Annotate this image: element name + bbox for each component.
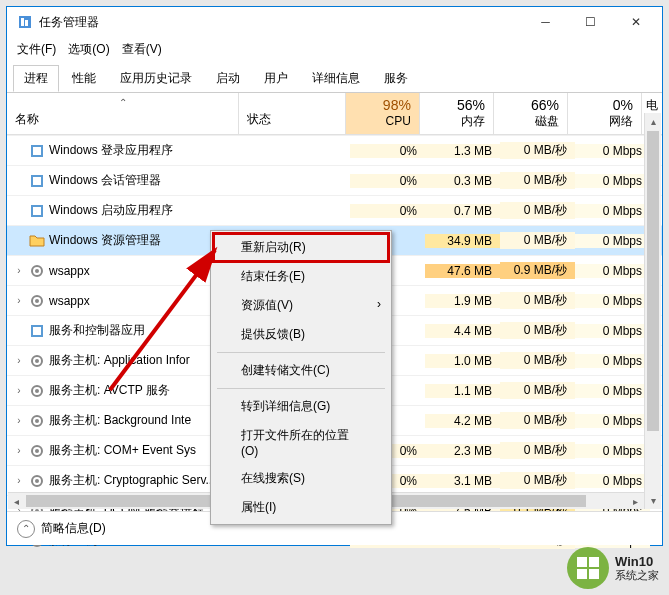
process-name: 服务主机: Application Infor xyxy=(49,352,190,369)
context-menu-item[interactable]: 转到详细信息(G) xyxy=(213,392,389,421)
process-name: wsappx xyxy=(49,294,90,308)
context-menu-item[interactable]: 重新启动(R) xyxy=(213,233,389,262)
tab-services[interactable]: 服务 xyxy=(373,65,419,92)
svg-rect-14 xyxy=(33,327,41,335)
cell-network: 0 Mbps xyxy=(575,384,650,398)
cell-disk: 0 MB/秒 xyxy=(500,172,575,189)
process-row[interactable]: Windows 启动应用程序0%0.7 MB0 MB/秒0 Mbps xyxy=(7,195,662,225)
expander-icon[interactable]: › xyxy=(13,385,25,396)
process-name: Windows 资源管理器 xyxy=(49,232,161,249)
svg-point-22 xyxy=(35,449,39,453)
cell-network: 0 Mbps xyxy=(575,144,650,158)
expander-icon[interactable]: › xyxy=(13,355,25,366)
cell-disk: 0 MB/秒 xyxy=(500,442,575,459)
watermark-sub: 系统之家 xyxy=(615,569,659,581)
cell-disk: 0 MB/秒 xyxy=(500,322,575,339)
cell-disk: 0 MB/秒 xyxy=(500,202,575,219)
menu-separator xyxy=(217,352,385,353)
menu-file[interactable]: 文件(F) xyxy=(17,41,56,58)
titlebar[interactable]: 任务管理器 ─ ☐ ✕ xyxy=(7,7,662,37)
scroll-thumb-v[interactable] xyxy=(647,131,659,431)
cell-network: 0 Mbps xyxy=(575,444,650,458)
cell-cpu: 0% xyxy=(350,144,425,158)
cell-memory: 47.6 MB xyxy=(425,264,500,278)
context-menu-item[interactable]: 在线搜索(S) xyxy=(213,464,389,493)
header-disk[interactable]: 66% 磁盘 xyxy=(493,93,567,134)
header-memory[interactable]: 56% 内存 xyxy=(419,93,493,134)
menu-view[interactable]: 查看(V) xyxy=(122,41,162,58)
cell-disk: 0 MB/秒 xyxy=(500,382,575,399)
process-row[interactable]: Windows 会话管理器0%0.3 MB0 MB/秒0 Mbps xyxy=(7,165,662,195)
context-menu-item[interactable]: 结束任务(E) xyxy=(213,262,389,291)
cell-network: 0 Mbps xyxy=(575,414,650,428)
scrollbar-vertical[interactable]: ▴ ▾ xyxy=(644,113,661,509)
context-menu-item[interactable]: 资源值(V) xyxy=(213,291,389,320)
expander-icon[interactable]: › xyxy=(13,475,25,486)
tab-users[interactable]: 用户 xyxy=(253,65,299,92)
process-icon xyxy=(29,443,45,459)
process-name: Windows 登录应用程序 xyxy=(49,142,173,159)
context-menu-item[interactable]: 属性(I) xyxy=(213,493,389,522)
header-status[interactable]: 状态 xyxy=(238,93,344,134)
fewer-details-icon[interactable]: ⌃ xyxy=(17,520,35,538)
tab-app-history[interactable]: 应用历史记录 xyxy=(109,65,203,92)
header-cpu[interactable]: 98% CPU xyxy=(345,93,419,134)
cell-network: 0 Mbps xyxy=(575,354,650,368)
expander-icon[interactable]: › xyxy=(13,415,25,426)
scroll-up-icon[interactable]: ▴ xyxy=(645,113,661,130)
process-name: wsappx xyxy=(49,264,90,278)
tabs: 进程 性能 应用历史记录 启动 用户 详细信息 服务 xyxy=(7,61,662,93)
context-menu-item[interactable]: 创建转储文件(C) xyxy=(213,356,389,385)
context-menu-item[interactable]: 提供反馈(B) xyxy=(213,320,389,349)
cell-memory: 0.7 MB xyxy=(425,204,500,218)
column-headers: ⌃ 名称 状态 98% CPU 56% 内存 66% 磁盘 0% 网络 电 xyxy=(7,93,662,135)
cell-memory: 1.9 MB xyxy=(425,294,500,308)
context-menu: 重新启动(R)结束任务(E)资源值(V)提供反馈(B)创建转储文件(C)转到详细… xyxy=(210,230,392,525)
cell-network: 0 Mbps xyxy=(575,294,650,308)
process-icon xyxy=(29,263,45,279)
scroll-left-icon[interactable]: ◂ xyxy=(8,493,25,509)
svg-point-20 xyxy=(35,419,39,423)
tab-details[interactable]: 详细信息 xyxy=(301,65,371,92)
scroll-right-icon[interactable]: ▸ xyxy=(627,493,644,509)
context-menu-item[interactable]: 打开文件所在的位置(O) xyxy=(213,421,389,464)
tab-startup[interactable]: 启动 xyxy=(205,65,251,92)
scroll-down-icon[interactable]: ▾ xyxy=(645,492,661,509)
process-name: 服务主机: Background Inte xyxy=(49,412,191,429)
cell-memory: 1.1 MB xyxy=(425,384,500,398)
process-row[interactable]: Windows 登录应用程序0%1.3 MB0 MB/秒0 Mbps xyxy=(7,135,662,165)
fewer-details-label[interactable]: 简略信息(D) xyxy=(41,520,106,537)
svg-rect-2 xyxy=(25,20,28,26)
tab-processes[interactable]: 进程 xyxy=(13,65,59,92)
process-icon xyxy=(29,323,45,339)
header-name[interactable]: ⌃ 名称 xyxy=(7,93,238,134)
cell-memory: 2.3 MB xyxy=(425,444,500,458)
maximize-button[interactable]: ☐ xyxy=(568,7,613,37)
window-title: 任务管理器 xyxy=(39,14,523,31)
header-network[interactable]: 0% 网络 xyxy=(567,93,641,134)
svg-point-10 xyxy=(35,269,39,273)
expander-icon[interactable]: › xyxy=(13,445,25,456)
cell-disk: 0 MB/秒 xyxy=(500,142,575,159)
tab-performance[interactable]: 性能 xyxy=(61,65,107,92)
process-name: Windows 会话管理器 xyxy=(49,172,161,189)
cell-memory: 0.3 MB xyxy=(425,174,500,188)
cell-memory: 1.3 MB xyxy=(425,144,500,158)
cell-memory: 4.4 MB xyxy=(425,324,500,338)
cell-network: 0 Mbps xyxy=(575,264,650,278)
cell-memory: 34.9 MB xyxy=(425,234,500,248)
process-icon xyxy=(29,383,45,399)
cell-disk: 0 MB/秒 xyxy=(500,472,575,489)
expander-icon[interactable]: › xyxy=(13,265,25,276)
watermark-brand: Win10 xyxy=(615,555,659,569)
watermark-logo-icon xyxy=(567,547,609,589)
app-icon xyxy=(17,14,33,30)
cell-memory: 1.0 MB xyxy=(425,354,500,368)
minimize-button[interactable]: ─ xyxy=(523,7,568,37)
cell-disk: 0 MB/秒 xyxy=(500,292,575,309)
svg-rect-31 xyxy=(589,557,599,567)
expander-icon[interactable]: › xyxy=(13,295,25,306)
close-button[interactable]: ✕ xyxy=(613,7,658,37)
svg-point-12 xyxy=(35,299,39,303)
menu-options[interactable]: 选项(O) xyxy=(68,41,109,58)
